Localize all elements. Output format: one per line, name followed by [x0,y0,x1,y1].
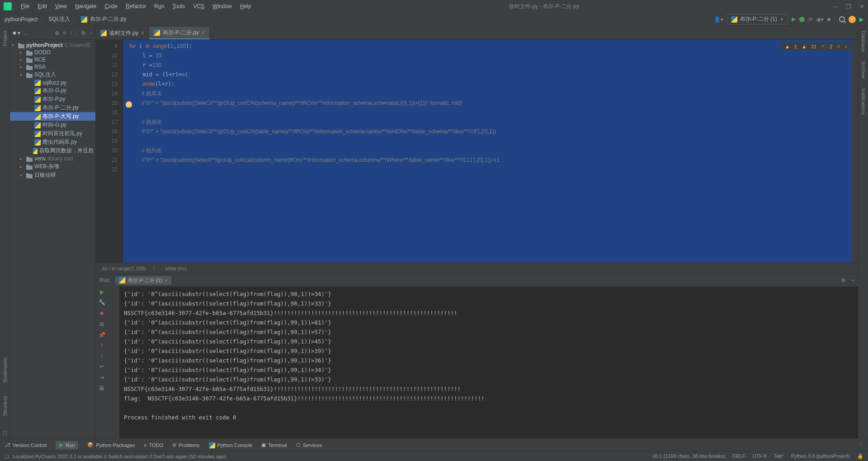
add-user-icon[interactable]: 👤▾ [714,16,723,23]
bookmarks-tool-button[interactable]: Bookmarks [2,358,8,382]
code-area[interactable]: 910111213141516171819202122 for i in ran… [96,40,858,263]
coverage-button[interactable]: ⟳ [808,16,813,23]
project-root[interactable]: ▾pythonProject C:\Users\E [10,42,95,49]
pin-icon[interactable]: 📌 [99,332,105,338]
menu-refactor[interactable]: Refactor [122,2,150,11]
terminal-button[interactable]: ▣Terminal [261,442,287,448]
tree-item[interactable]: 布尔-P-二分.py [10,103,95,112]
tree-item[interactable]: ▸RSA [10,63,95,71]
menu-run[interactable]: Run [151,2,168,11]
tree-item[interactable]: ▸DODO [10,49,95,56]
menu-file[interactable]: File [17,2,33,11]
down-icon[interactable]: ↓ [100,353,103,359]
print-icon[interactable]: 🖶 [99,385,104,391]
locate-icon[interactable]: ⊕ [55,30,59,36]
sciview-tool-button[interactable]: SciView [861,61,866,79]
intention-bulb-icon[interactable] [126,101,132,108]
problems-button[interactable]: ⊘Problems [172,442,199,448]
close-button[interactable]: ✕ [859,3,864,10]
menu-vcs[interactable]: VCS [189,2,208,11]
chevron-down-icon[interactable]: v [845,44,848,49]
minimize-button[interactable]: ─ [834,3,838,10]
modify-run-icon[interactable]: 🔧 [99,299,105,306]
crumb-project[interactable]: pythonProject [5,16,38,23]
more-icon[interactable]: ⋮ [859,442,863,448]
ide-updates-icon[interactable]: ↑ [849,16,856,23]
project-tree[interactable]: ▾pythonProject C:\Users\E▸DODO▸RCE▸RSA▾S… [10,40,95,438]
close-icon[interactable]: × [141,30,144,36]
python-packages-button[interactable]: 📦Python Packages [87,442,135,448]
menu-code[interactable]: Code [101,2,121,11]
notifications-tool-button[interactable]: Notifications [861,88,866,115]
tree-item[interactable]: ▾SQL注入 [10,71,95,79]
gear-icon[interactable]: ⚙ [81,30,86,36]
line-separator[interactable]: CRLF [732,453,745,459]
file-encoding[interactable]: UTF-8 [753,453,767,459]
close-icon[interactable]: × [202,29,205,36]
toolwindow-button[interactable]: ▢ [3,430,7,436]
maximize-button[interactable]: ❐ [846,3,851,10]
menu-view[interactable]: View [52,2,71,11]
editor-tab[interactable]: 临时文件.py× [96,27,149,39]
indent-info[interactable]: Tab* [774,453,784,459]
interpreter[interactable]: Python 3.8 (pythonProject) [791,453,850,459]
profile-button[interactable]: ◉▾ [816,16,824,23]
status-message[interactable]: Localized PyCharm 2022.3.1 is available … [13,454,226,459]
menu-help[interactable]: Help [236,2,255,11]
run-output[interactable]: {'id': '0^(ascii(substr((select(flag)fro… [119,287,858,438]
chevron-up-icon[interactable]: ʌ [837,43,840,49]
code-inspections[interactable]: ▲1 ▲21 ✔2 ʌ v [781,42,851,50]
tree-item[interactable]: sqlfuzz.py [10,79,95,86]
tree-item[interactable]: 布尔-G.py [10,86,95,95]
hide-icon[interactable]: − [90,30,93,36]
tree-item[interactable]: ▸venv library root [10,155,95,162]
database-tool-button[interactable]: Database [861,31,866,52]
run-button[interactable]: Run [56,441,78,449]
project-view-selector[interactable]: ■ ▾ [13,30,20,36]
rerun-button[interactable] [100,290,104,295]
menu-tools[interactable]: Tools [169,2,189,11]
caret-position[interactable]: 16:1 (1108 chars, 38 line breaks) [652,453,725,459]
scroll-end-icon[interactable]: ⇥ [99,374,104,381]
run-tab[interactable]: 布尔-P-二分 (1) × [115,276,171,285]
stop-button[interactable]: ■ [100,310,103,316]
up-icon[interactable]: ↑ [100,342,103,348]
project-tool-button[interactable]: Project [2,31,8,46]
tree-item[interactable]: 布尔-P-大写.py [10,112,95,121]
crumb-folder[interactable]: SQL注入 [48,15,70,23]
todo-button[interactable]: ≡TODO [144,442,163,448]
collapse-all-icon[interactable]: ... [24,30,28,36]
crumb-scope-1[interactable]: for i in range(1,100) [102,266,146,271]
debug-button[interactable] [799,17,805,22]
gear-icon[interactable]: ⚙ [841,277,846,283]
search-icon[interactable] [839,16,845,22]
layout-icon[interactable]: ⊞ [99,321,104,327]
softwrap-icon[interactable]: ↩ [99,363,104,370]
toolwindows-icon[interactable]: ▢ [5,453,9,459]
crumb-file[interactable]: 布尔-P-二分.py [90,15,126,23]
tree-item[interactable]: 时间盲注初见.py [10,129,95,138]
tree-item[interactable]: ▾日敏信研 [10,171,95,179]
run-button[interactable] [792,17,796,22]
code-content[interactable]: for i in range(1,100): l = 33 r =130 mid… [123,40,852,263]
hide-icon[interactable]: − [851,277,854,283]
services-button[interactable]: ⬡Services [296,442,322,448]
tree-item[interactable]: 布尔-P.py [10,95,95,103]
menu-navigate[interactable]: Navigate [71,2,100,11]
python-console-button[interactable]: Python Console [209,442,253,448]
crumb-scope-2[interactable]: while (l<r) [165,266,187,271]
tree-item[interactable]: 获取网页数据，并且忽 [10,146,95,155]
sort-icon[interactable]: ↕ [70,30,72,36]
tree-item[interactable]: ▸WEB-杂项 [10,162,95,171]
expand-icon[interactable]: ≡ [63,30,66,36]
editor-tab[interactable]: 布尔-P-二分.py× [149,27,210,39]
menu-window[interactable]: Window [209,2,236,11]
version-control-button[interactable]: ⎇Version Control [5,442,47,448]
tree-item[interactable]: ▸RCE [10,56,95,63]
lock-icon[interactable]: 🔒 [857,453,863,459]
codewithme-icon[interactable]: ▶ [859,16,863,23]
tree-item[interactable]: 时间-G.py [10,121,95,129]
tree-item[interactable]: 爬虫代码库.py [10,138,95,146]
structure-tool-button[interactable]: Structure [2,396,8,416]
close-icon[interactable]: × [165,278,168,283]
